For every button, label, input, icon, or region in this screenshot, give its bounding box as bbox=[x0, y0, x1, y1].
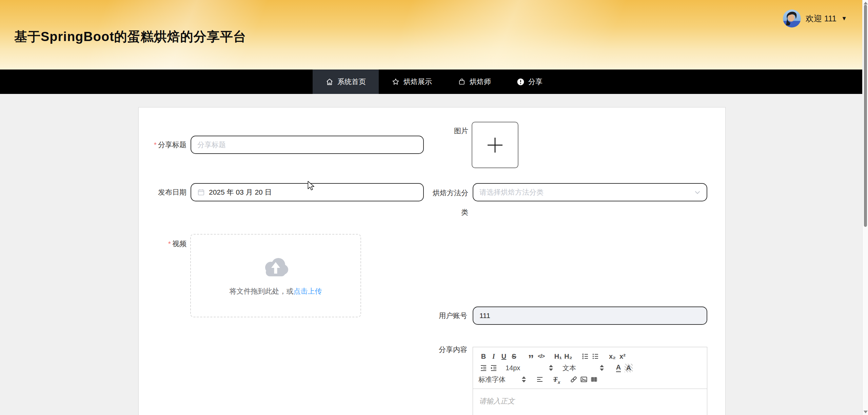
code-block-button[interactable]: </> bbox=[536, 351, 546, 362]
font-size-value: 14px bbox=[506, 364, 520, 372]
exclamation-icon bbox=[517, 78, 525, 86]
method-category-placeholder: 请选择烘焙方法分类 bbox=[479, 187, 544, 197]
background-color-button[interactable]: A bbox=[624, 362, 634, 373]
star-icon bbox=[392, 78, 400, 86]
share-title-label: *分享标题 bbox=[139, 136, 186, 154]
bag-icon bbox=[458, 78, 466, 86]
publish-date-label: 发布日期 bbox=[139, 183, 186, 201]
click-upload-link[interactable]: 点击上传 bbox=[294, 287, 322, 295]
nav-item-label: 烘焙展示 bbox=[403, 77, 432, 86]
publish-date-value: 2025 年 03 月 20 日 bbox=[209, 187, 272, 197]
scroll-up-arrow-icon[interactable] bbox=[864, 2, 868, 4]
editor-toolbar: B I U S ” </> H₁ H₂ bbox=[473, 347, 707, 389]
avatar-photo bbox=[783, 9, 801, 27]
nav-item-label: 分享 bbox=[528, 77, 542, 86]
underline-button[interactable]: U bbox=[499, 351, 509, 362]
outdent-icon[interactable] bbox=[478, 362, 489, 373]
font-size-picker[interactable]: 14px bbox=[506, 362, 553, 373]
insert-image-icon[interactable] bbox=[579, 374, 589, 385]
video-upload-hint: 将文件拖到此处，或点击上传 bbox=[230, 286, 322, 296]
bold-button[interactable]: B bbox=[478, 351, 489, 362]
font-family-value: 标准字体 bbox=[478, 375, 506, 384]
rich-text-editor: B I U S ” </> H₁ H₂ bbox=[473, 347, 707, 415]
account-label: 用户账号 bbox=[427, 307, 467, 325]
video-label: *视频 bbox=[139, 235, 186, 253]
nav-item-label: 烘焙师 bbox=[470, 77, 491, 86]
required-asterisk: * bbox=[154, 141, 157, 149]
share-title-field bbox=[191, 136, 424, 154]
share-content-label: 分享内容 bbox=[427, 340, 467, 359]
required-asterisk: * bbox=[168, 240, 171, 248]
page-header: 基于SpringBoot的蛋糕烘焙的分享平台 bbox=[0, 0, 868, 70]
nav-item-share[interactable]: 分享 bbox=[504, 70, 555, 94]
scroll-down-arrow-icon[interactable] bbox=[864, 411, 868, 413]
chevron-down-icon[interactable]: ▼ bbox=[841, 15, 847, 22]
avatar[interactable] bbox=[783, 9, 801, 27]
plus-icon bbox=[487, 137, 503, 153]
chevron-down-icon bbox=[694, 191, 701, 194]
strikethrough-button[interactable]: S bbox=[509, 351, 519, 362]
publish-date-picker[interactable]: 2025 年 03 月 20 日 bbox=[191, 183, 424, 201]
main-nav: 系统首页 烘焙展示 烘焙师 分享 bbox=[0, 70, 868, 94]
nav-item-baker[interactable]: 烘焙师 bbox=[445, 70, 504, 94]
method-category-label: 烘焙方法分 类 bbox=[428, 183, 468, 222]
subscript-button[interactable]: x₂ bbox=[607, 351, 617, 362]
bullet-list-icon[interactable] bbox=[590, 351, 600, 362]
content-area: *分享标题 图片 发布日期 bbox=[0, 94, 868, 415]
account-input[interactable] bbox=[479, 307, 701, 324]
page-scrollbar[interactable] bbox=[862, 0, 868, 415]
page: 基于SpringBoot的蛋糕烘焙的分享平台 bbox=[0, 0, 868, 415]
account-field bbox=[473, 307, 707, 325]
image-label: 图片 bbox=[428, 122, 468, 140]
share-form-card: *分享标题 图片 发布日期 bbox=[138, 107, 726, 415]
nav-item-home[interactable]: 系统首页 bbox=[313, 70, 379, 94]
scrollbar-thumb[interactable] bbox=[864, 5, 867, 227]
editor-placeholder: 请输入正文 bbox=[479, 397, 515, 405]
share-title-input[interactable] bbox=[197, 136, 417, 153]
upload-cloud-icon bbox=[261, 255, 291, 278]
video-upload-dropzone[interactable]: 将文件拖到此处，或点击上传 bbox=[190, 234, 361, 317]
blockquote-button[interactable]: ” bbox=[526, 349, 536, 364]
nav-item-baking-show[interactable]: 烘焙展示 bbox=[379, 70, 445, 94]
heading-value: 文本 bbox=[563, 363, 576, 373]
method-category-select[interactable]: 请选择烘焙方法分类 bbox=[473, 183, 707, 201]
editor-content[interactable]: 请输入正文 bbox=[473, 389, 707, 413]
welcome-text: 欢迎 111 bbox=[806, 13, 836, 24]
ordered-list-icon[interactable] bbox=[580, 351, 590, 362]
heading-picker[interactable]: 文本 bbox=[563, 362, 604, 373]
updown-caret-icon bbox=[522, 376, 526, 382]
link-icon[interactable] bbox=[569, 374, 579, 385]
superscript-button[interactable]: x² bbox=[617, 351, 628, 362]
header2-button[interactable]: H₂ bbox=[563, 351, 573, 362]
font-family-picker[interactable]: 标准字体 bbox=[478, 374, 526, 385]
indent-icon[interactable] bbox=[489, 362, 499, 373]
home-icon bbox=[326, 78, 334, 86]
header1-button[interactable]: H₁ bbox=[553, 351, 563, 362]
user-menu[interactable]: 欢迎 111 ▼ bbox=[783, 9, 847, 27]
clear-format-button[interactable]: Tx bbox=[552, 374, 562, 385]
image-upload-button[interactable] bbox=[472, 122, 518, 168]
align-icon[interactable] bbox=[535, 374, 545, 385]
italic-button[interactable]: I bbox=[489, 351, 499, 362]
insert-video-icon[interactable] bbox=[589, 374, 599, 385]
updown-caret-icon bbox=[549, 365, 553, 371]
calendar-icon bbox=[197, 189, 205, 196]
page-title: 基于SpringBoot的蛋糕烘焙的分享平台 bbox=[14, 28, 246, 45]
updown-caret-icon bbox=[600, 365, 604, 371]
nav-item-label: 系统首页 bbox=[337, 77, 366, 86]
text-color-button[interactable]: A bbox=[613, 362, 624, 373]
